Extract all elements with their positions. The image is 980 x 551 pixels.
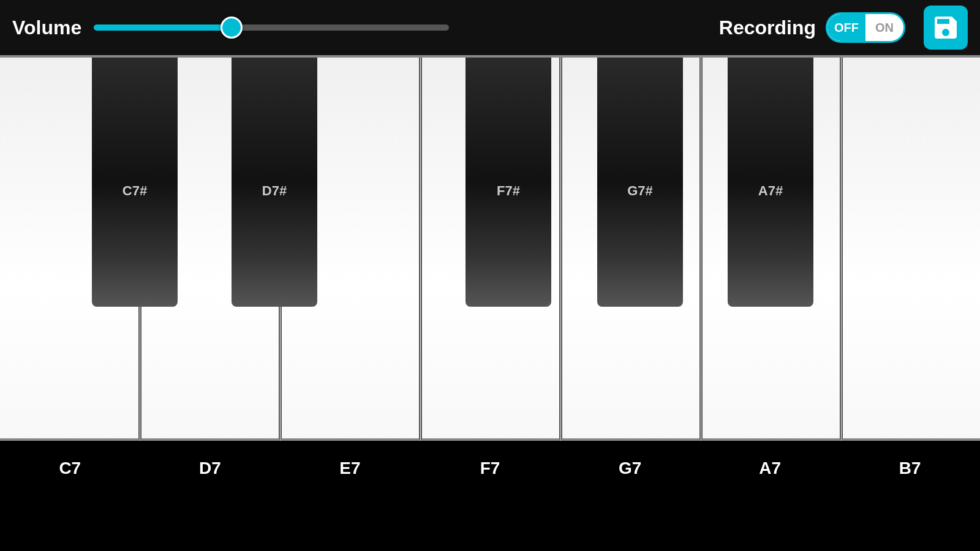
black-key-d7s-label: D7#: [262, 183, 287, 199]
note-label-a7: A7: [700, 459, 840, 478]
toggle-off-option[interactable]: OFF: [827, 14, 865, 41]
black-key-g7s[interactable]: G7#: [597, 58, 683, 307]
volume-label: Volume: [12, 17, 81, 39]
note-label-b7: B7: [840, 459, 980, 478]
note-label-g7: G7: [560, 459, 700, 478]
volume-slider[interactable]: [94, 24, 449, 31]
recording-label: Recording: [719, 17, 816, 39]
black-key-f7s-label: F7#: [497, 183, 520, 199]
black-key-d7s[interactable]: D7#: [232, 58, 317, 307]
note-label-c7: C7: [0, 459, 140, 478]
black-key-c7s[interactable]: C7#: [92, 58, 178, 307]
recording-toggle[interactable]: OFF ON: [826, 12, 905, 43]
piano-area: C7# D7# F7# G7# A7# C7 D7 E7 F7 G7 A7 B7: [0, 55, 980, 496]
note-label-f7: F7: [420, 459, 560, 478]
note-labels-bar: C7 D7 E7 F7 G7 A7 B7: [0, 441, 980, 496]
toggle-on-option[interactable]: ON: [865, 14, 903, 41]
save-button[interactable]: [924, 6, 968, 50]
note-label-d7: D7: [140, 459, 281, 478]
black-key-c7s-label: C7#: [123, 183, 147, 199]
volume-slider-container: [94, 15, 449, 40]
black-key-f7s[interactable]: F7#: [466, 58, 551, 307]
header-bar: Volume Recording OFF ON: [0, 0, 980, 55]
black-key-g7s-label: G7#: [627, 183, 653, 199]
black-key-a7s-label: A7#: [758, 183, 783, 199]
recording-section: Recording OFF ON: [719, 12, 905, 43]
floppy-disk-icon: [931, 13, 960, 42]
note-label-e7: E7: [280, 459, 420, 478]
piano-keys: C7# D7# F7# G7# A7#: [0, 55, 980, 441]
black-key-a7s[interactable]: A7#: [728, 58, 813, 307]
white-key-b7[interactable]: [842, 58, 980, 441]
